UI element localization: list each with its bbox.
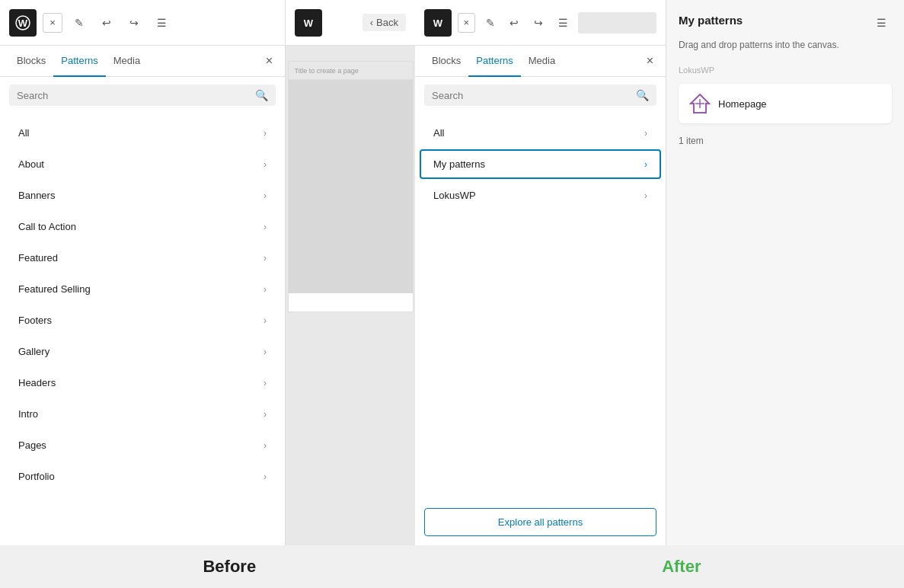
- my-patterns-menu-button[interactable]: ☰: [870, 12, 892, 34]
- tab-blocks-left[interactable]: Blocks: [9, 46, 53, 77]
- svg-text:W: W: [18, 18, 28, 29]
- chevron-icon: ›: [264, 378, 267, 388]
- redo-button-right[interactable]: ↪: [529, 12, 548, 34]
- pattern-portfolio-left[interactable]: Portfolio ›: [5, 462, 280, 491]
- search-container-right: 🔍: [415, 77, 666, 113]
- wp-logo-canvas: W: [295, 9, 322, 37]
- edit-icon-left[interactable]: ✎: [69, 12, 90, 34]
- pattern-all-left[interactable]: All ›: [5, 118, 280, 148]
- wp-logo-left: W: [9, 9, 37, 37]
- chevron-icon: ›: [264, 315, 267, 326]
- explore-all-patterns-button[interactable]: Explore all patterns: [424, 508, 656, 536]
- right-tabs: Blocks Patterns Media ×: [415, 46, 666, 77]
- search-input-left[interactable]: [17, 90, 251, 101]
- my-patterns-subtitle: Drag and drop patterns into the canvas.: [679, 40, 892, 50]
- svg-text:W: W: [304, 18, 314, 29]
- tab-media-left[interactable]: Media: [106, 46, 148, 77]
- chevron-icon: ›: [264, 471, 267, 482]
- canvas-preview: Title to create a page: [288, 61, 414, 312]
- after-label: After: [662, 557, 701, 577]
- svg-text:W: W: [433, 18, 443, 29]
- chevron-icon: ›: [644, 128, 647, 139]
- search-container-left: 🔍: [0, 77, 285, 113]
- chevron-icon: ›: [264, 253, 267, 264]
- canvas-toolbar: W ‹ Back: [286, 0, 415, 46]
- chevron-icon: ›: [644, 190, 647, 201]
- sidebar-close-right[interactable]: ×: [644, 51, 656, 71]
- search-wrap-left: 🔍: [9, 85, 276, 106]
- pattern-about-left[interactable]: About ›: [5, 149, 280, 179]
- pattern-my-patterns-right[interactable]: My patterns ›: [420, 149, 661, 179]
- pattern-list-right: All › My patterns › LokusWP ›: [415, 113, 666, 499]
- chevron-icon: ›: [264, 190, 267, 201]
- my-patterns-panel: My patterns ☰ Drag and drop patterns int…: [666, 0, 904, 545]
- chevron-icon: ›: [264, 347, 267, 357]
- canvas-preview-body: [289, 80, 413, 293]
- chevron-icon-active: ›: [644, 159, 647, 170]
- pattern-headers-left[interactable]: Headers ›: [5, 368, 280, 398]
- right-toolbar: W × ✎ ↩ ↪ ☰: [415, 0, 666, 46]
- list-view-button-left[interactable]: ☰: [151, 12, 172, 34]
- pattern-all-right[interactable]: All ›: [420, 118, 661, 148]
- before-label: Before: [203, 557, 256, 577]
- back-button[interactable]: ‹ Back: [363, 14, 406, 31]
- chevron-icon: ›: [264, 284, 267, 295]
- homepage-pattern-card[interactable]: Homepage: [679, 84, 892, 123]
- undo-button-right[interactable]: ↩: [505, 12, 523, 34]
- homepage-pattern-label: Homepage: [718, 98, 767, 110]
- undo-button-left[interactable]: ↩: [96, 12, 117, 34]
- close-button-right[interactable]: ×: [458, 13, 475, 33]
- left-tabs: Blocks Patterns Media ×: [0, 46, 285, 77]
- my-patterns-title: My patterns: [679, 14, 743, 27]
- homepage-pattern-icon: [689, 93, 711, 114]
- pattern-intro-left[interactable]: Intro ›: [5, 399, 280, 429]
- search-input-right[interactable]: [432, 90, 631, 101]
- chevron-icon: ›: [264, 159, 267, 170]
- items-count: 1 item: [679, 136, 892, 146]
- canvas-area: Title to create a page: [286, 46, 415, 545]
- pattern-featured-selling-left[interactable]: Featured Selling ›: [5, 274, 280, 304]
- left-toolbar: W × ✎ ↩ ↪ ☰: [0, 0, 285, 46]
- sidebar-close-left[interactable]: ×: [263, 51, 276, 71]
- pattern-banners-left[interactable]: Banners ›: [5, 181, 280, 210]
- tab-patterns-left[interactable]: Patterns: [53, 46, 105, 77]
- tab-patterns-right[interactable]: Patterns: [468, 46, 520, 77]
- pattern-featured-left[interactable]: Featured ›: [5, 243, 280, 273]
- pattern-pages-left[interactable]: Pages ›: [5, 430, 280, 460]
- redo-button-left[interactable]: ↪: [123, 12, 145, 34]
- search-icon-left: 🔍: [255, 89, 268, 101]
- pattern-lokuswp-right[interactable]: LokusWP ›: [420, 181, 661, 210]
- pattern-cta-left[interactable]: Call to Action ›: [5, 212, 280, 241]
- close-button-left[interactable]: ×: [43, 13, 62, 33]
- chevron-icon: ›: [264, 222, 267, 232]
- toolbar-placeholder: [578, 12, 656, 34]
- wp-logo-right: W: [424, 9, 452, 37]
- edit-icon-right[interactable]: ✎: [481, 12, 500, 34]
- provider-label: LokusWP: [679, 62, 892, 78]
- list-view-button-right[interactable]: ☰: [554, 12, 572, 34]
- tab-blocks-right[interactable]: Blocks: [424, 46, 468, 77]
- bottom-labels: Before After: [0, 545, 904, 588]
- chevron-icon: ›: [264, 440, 267, 451]
- search-wrap-right: 🔍: [424, 85, 656, 106]
- pattern-list-left: All › About › Banners › Call to Action ›…: [0, 113, 285, 545]
- pattern-gallery-left[interactable]: Gallery ›: [5, 337, 280, 366]
- canvas-preview-header: Title to create a page: [289, 62, 413, 80]
- tab-media-right[interactable]: Media: [521, 46, 563, 77]
- chevron-icon: ›: [264, 409, 267, 420]
- search-icon-right: 🔍: [636, 89, 649, 101]
- chevron-icon: ›: [264, 128, 267, 139]
- pattern-footers-left[interactable]: Footers ›: [5, 305, 280, 335]
